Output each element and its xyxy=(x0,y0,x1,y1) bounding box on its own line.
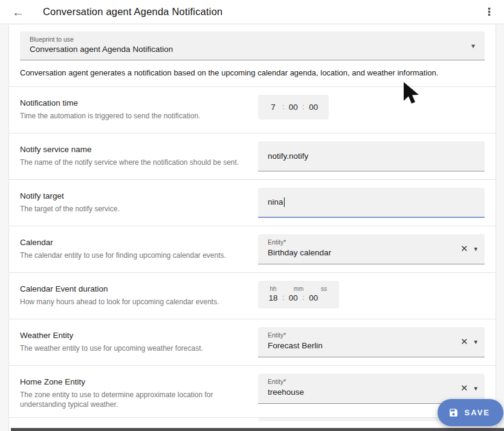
blueprint-select-label: Blueprint to use xyxy=(30,36,475,43)
duration-hours[interactable]: 18 xyxy=(267,293,280,302)
duration-unit-hh: hh xyxy=(267,286,280,292)
row-description: The weather entity to use for upcoming w… xyxy=(20,343,244,353)
settings-row-home-zone: Home Zone Entity The zone entity to use … xyxy=(9,366,496,418)
settings-row-notify-service: Notify service name The name of the noti… xyxy=(9,133,496,180)
row-label: Notification time xyxy=(20,98,244,107)
text-cursor xyxy=(284,197,285,207)
row-label: Weather Entity xyxy=(20,331,244,340)
time-hours[interactable]: 7 xyxy=(267,103,280,112)
save-button[interactable]: SAVE xyxy=(438,399,503,426)
settings-row-weather-entity: Weather Entity The weather entity to use… xyxy=(9,319,496,366)
back-arrow-icon[interactable]: ← xyxy=(12,6,24,18)
time-separator: : xyxy=(280,103,286,111)
entity-field-value: Forecast Berlin xyxy=(268,341,460,350)
entity-field-value: treehouse xyxy=(268,388,460,397)
clear-icon[interactable]: ✕ xyxy=(460,336,468,347)
row-description: The zone entity to use to determine appr… xyxy=(20,390,244,409)
time-separator: : xyxy=(300,103,306,111)
blueprint-description: Conversation agent generates a notificat… xyxy=(20,60,485,86)
save-button-label: SAVE xyxy=(465,408,490,417)
dropdown-arrow-icon[interactable]: ▾ xyxy=(474,385,477,392)
app-header: ← Conversation agent Agenda Notification… xyxy=(0,0,504,24)
blueprint-section: Blueprint to use Conversation agent Agen… xyxy=(9,25,496,87)
settings-row-notify-target: Notify target The target of the notify s… xyxy=(9,180,496,226)
entity-field-value: Birthday calendar xyxy=(268,248,460,257)
duration-unit-mm: mm xyxy=(292,286,305,292)
row-description: Time the automation is triggered to send… xyxy=(20,111,244,121)
clear-icon[interactable]: ✕ xyxy=(460,243,468,254)
duration-unit-ss: ss xyxy=(317,286,331,292)
duration-seconds[interactable]: 00 xyxy=(307,293,320,302)
duration-minutes[interactable]: 00 xyxy=(286,293,300,302)
notify-service-input[interactable]: notify.notify xyxy=(258,141,485,171)
entity-field-label: Entity* xyxy=(268,238,460,246)
notify-target-value: nina xyxy=(268,197,283,206)
notification-time-input[interactable]: 7 : 00 : 00 xyxy=(258,95,329,120)
settings-row-calendar: Calendar The calendar entity to use for … xyxy=(9,226,496,273)
row-description: How many hours ahead to look for upcomin… xyxy=(20,297,244,307)
calendar-entity-picker[interactable]: Entity* Birthday calendar ✕ ▾ xyxy=(258,234,485,264)
blueprint-config-card: Blueprint to use Conversation agent Agen… xyxy=(8,25,496,431)
time-separator: : xyxy=(300,293,306,302)
dropdown-arrow-icon[interactable]: ▾ xyxy=(471,42,475,50)
weather-entity-picker[interactable]: Entity* Forecast Berlin ✕ ▾ xyxy=(258,327,485,357)
notify-service-value: notify.notify xyxy=(268,152,308,161)
row-label: Notify service name xyxy=(20,145,244,154)
partial-next-row xyxy=(9,418,496,421)
dropdown-arrow-icon[interactable]: ▾ xyxy=(474,338,477,346)
row-label: Notify target xyxy=(20,191,244,200)
kebab-menu-icon[interactable]: ⋮ xyxy=(484,5,494,18)
save-icon xyxy=(448,407,459,418)
blueprint-select-value: Conversation agent Agenda Notification xyxy=(30,45,475,54)
row-description: The calendar entity to use for finding u… xyxy=(20,251,244,260)
bottom-edge-strip xyxy=(11,428,504,431)
settings-row-event-duration: Calendar Event duration How many hours a… xyxy=(9,273,496,319)
row-label: Home Zone Entity xyxy=(20,377,244,386)
settings-row-notification-time: Notification time Time the automation is… xyxy=(9,87,496,133)
page-title: Conversation agent Agenda Notification xyxy=(43,6,222,18)
clear-icon[interactable]: ✕ xyxy=(460,383,468,394)
row-description: The name of the notify service where the… xyxy=(20,158,244,167)
time-separator: : xyxy=(280,293,286,302)
time-minutes[interactable]: 00 xyxy=(286,103,300,112)
row-description: The target of the notify service. xyxy=(20,204,244,214)
time-seconds[interactable]: 00 xyxy=(307,103,320,112)
notify-target-input[interactable]: nina xyxy=(258,188,485,218)
entity-field-label: Entity* xyxy=(268,378,460,385)
dropdown-arrow-icon[interactable]: ▾ xyxy=(474,245,477,253)
row-label: Calendar Event duration xyxy=(20,284,244,293)
row-label: Calendar xyxy=(20,238,244,247)
blueprint-select[interactable]: Blueprint to use Conversation agent Agen… xyxy=(20,31,485,60)
event-duration-input[interactable]: hh mm ss 18 : 00 : 00 xyxy=(258,281,339,308)
entity-field-label: Entity* xyxy=(268,331,460,339)
